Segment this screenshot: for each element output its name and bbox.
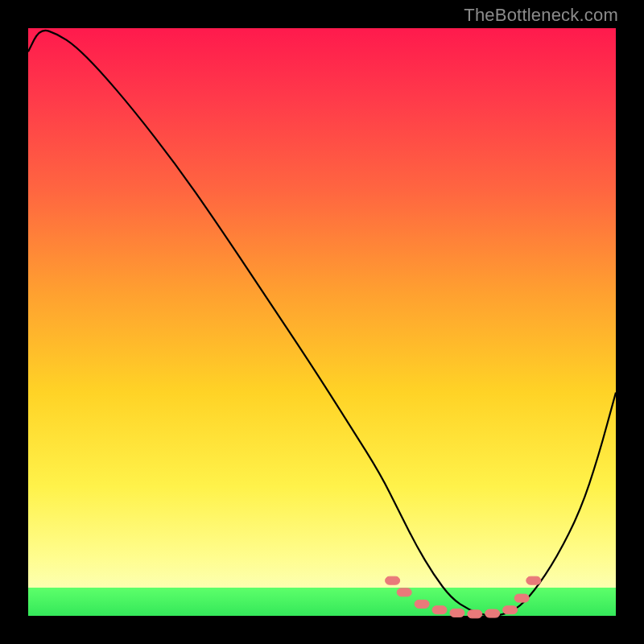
marker-dot	[468, 610, 482, 618]
curve-markers	[386, 576, 541, 618]
marker-dot	[397, 588, 411, 597]
marker-dot	[386, 576, 400, 584]
plot-area	[28, 28, 616, 616]
marker-dot	[503, 606, 518, 614]
chart-frame: TheBottleneck.com	[0, 0, 644, 644]
curve-overlay	[28, 28, 616, 616]
marker-dot	[485, 609, 500, 617]
marker-dot	[526, 576, 541, 584]
marker-dot	[514, 594, 529, 602]
watermark-text: TheBottleneck.com	[464, 5, 618, 26]
marker-dot	[415, 600, 429, 608]
bottleneck-curve	[28, 31, 616, 616]
marker-dot	[450, 609, 464, 617]
marker-dot	[432, 606, 447, 614]
